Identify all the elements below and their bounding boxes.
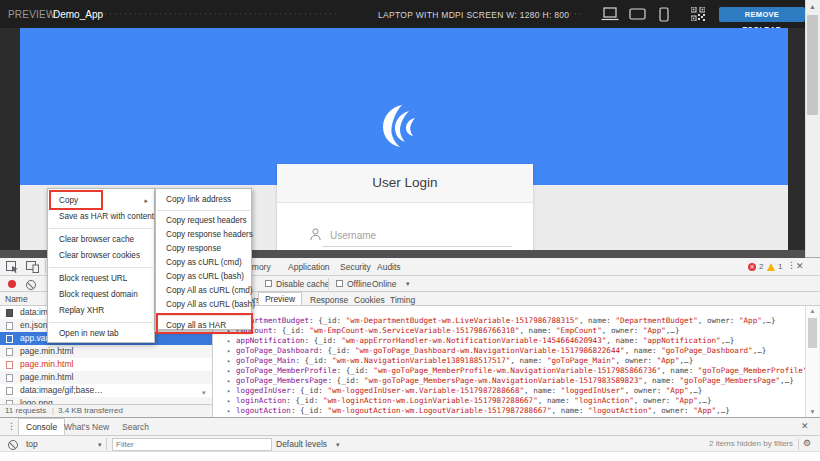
record-network-log-icon[interactable] bbox=[8, 280, 16, 288]
laptop-icon[interactable] bbox=[601, 7, 619, 22]
menu-item-copy-as-curl-cmd[interactable]: Copy as cURL (cmd) bbox=[156, 256, 251, 270]
canvas-right-margin bbox=[788, 28, 805, 258]
throttling-caret-icon[interactable]: ▾ bbox=[406, 280, 410, 288]
tab-timing[interactable]: Timing bbox=[390, 295, 415, 305]
disable-cache-checkbox[interactable] bbox=[265, 280, 272, 287]
json-line[interactable]: ▸DepartmentBudget: {_id: "wm-DepartmentB… bbox=[213, 316, 805, 326]
menu-item-block-domain[interactable]: Block request domain bbox=[48, 287, 154, 303]
menu-item-clear-cache[interactable]: Clear browser cache bbox=[48, 232, 154, 248]
menu-item-copy-response[interactable]: Copy response bbox=[156, 242, 251, 256]
file-icon bbox=[6, 322, 13, 330]
transferred-size: 3.4 KB transferred bbox=[58, 405, 123, 417]
toolbar-divider bbox=[328, 278, 329, 290]
json-line[interactable]: ▸loginAction: {_id: "wm-loginAction-wm.L… bbox=[213, 396, 805, 406]
json-scroll-thumb[interactable] bbox=[808, 318, 817, 348]
tab-cookies[interactable]: Cookies bbox=[354, 295, 385, 305]
submenu-arrow-icon: ▸ bbox=[144, 193, 148, 209]
offline-label: Offline bbox=[347, 279, 371, 289]
hidden-items-info: 2 items hidden by filters bbox=[0, 439, 793, 448]
json-line[interactable]: ▸goToPage_Dashboard: {_id: "wm-goToPage_… bbox=[213, 346, 805, 356]
copy-submenu: Copy link address Copy request headers C… bbox=[155, 188, 252, 330]
request-row[interactable]: data:image/gif;base… bbox=[0, 384, 212, 397]
warning-badge-icon[interactable] bbox=[767, 263, 775, 271]
scrollbar-up-arrow[interactable]: ▲ bbox=[805, 1, 820, 13]
clear-network-icon[interactable] bbox=[26, 280, 36, 290]
menu-separator bbox=[157, 210, 250, 211]
error-badge-icon[interactable]: ✕ bbox=[748, 263, 756, 271]
tab-search[interactable]: Search bbox=[122, 422, 149, 432]
devtools-close-icon[interactable]: ✕ bbox=[796, 261, 804, 271]
menu-separator bbox=[49, 267, 153, 268]
menu-item-copy-all-as-curl-cmd[interactable]: Copy All as cURL (cmd) bbox=[156, 284, 251, 298]
devtools-menu-icon[interactable]: ⋮ bbox=[787, 260, 796, 270]
json-line[interactable]: ▸goToPage_Main: {_id: "wm-wm.NavigationV… bbox=[213, 356, 805, 366]
file-icon bbox=[6, 361, 13, 369]
json-line[interactable]: ▸loggedInUser: {_id: "wm-loggedInUser-wm… bbox=[213, 386, 805, 396]
filelist-scroll-down-icon[interactable]: ▾ bbox=[202, 389, 206, 397]
json-line[interactable]: ▸goToPage_MemberProfile: {_id: "wm-goToP… bbox=[213, 366, 805, 376]
preview-json-panel: ▸DepartmentBudget: {_id: "wm-DepartmentB… bbox=[213, 306, 805, 417]
menu-item-block-url[interactable]: Block request URL bbox=[48, 271, 154, 287]
menu-item-copy-all-as-curl-bash[interactable]: Copy All as cURL (bash) bbox=[156, 298, 251, 312]
name-column-header[interactable]: Name bbox=[5, 294, 28, 304]
drawer-menu-icon[interactable]: ⋮ bbox=[7, 421, 16, 431]
preview-toolbar: PREVIEW: Demo_App LAPTOP WITH MDPI SCREE… bbox=[0, 0, 805, 28]
request-row[interactable]: logo.png bbox=[0, 397, 212, 404]
console-settings-gear-icon[interactable]: ⚙ bbox=[803, 438, 811, 448]
menu-item-save-har[interactable]: Save as HAR with content bbox=[48, 209, 154, 225]
app-name: Demo_App bbox=[53, 9, 103, 20]
menu-item-copy-request-headers[interactable]: Copy request headers bbox=[156, 214, 251, 228]
tab-application[interactable]: Application bbox=[288, 262, 330, 272]
username-field[interactable]: Username bbox=[330, 230, 376, 241]
warning-count[interactable]: 1 bbox=[778, 262, 782, 271]
tab-response[interactable]: Response bbox=[310, 295, 348, 305]
network-context-menu: Copy▸ Save as HAR with content Clear bro… bbox=[47, 188, 155, 343]
json-line[interactable]: ▸appNotification: {_id: "wm-appErrorHand… bbox=[213, 336, 805, 346]
offline-checkbox[interactable] bbox=[336, 280, 343, 287]
request-row[interactable]: page.min.html bbox=[0, 345, 212, 358]
phone-icon[interactable] bbox=[659, 7, 669, 22]
preview-label: PREVIEW: bbox=[8, 9, 58, 20]
user-icon bbox=[310, 228, 321, 241]
screenshot-root: PREVIEW: Demo_App LAPTOP WITH MDPI SCREE… bbox=[0, 0, 820, 461]
throttling-dropdown[interactable]: Online bbox=[372, 279, 397, 289]
disable-cache-label: Disable cache bbox=[276, 279, 329, 289]
file-icon bbox=[6, 335, 13, 343]
login-card: User Login Username bbox=[277, 164, 533, 252]
tab-console[interactable]: Console bbox=[18, 418, 65, 435]
tab-whats-new[interactable]: What's New bbox=[64, 422, 109, 432]
drawer-close-icon[interactable]: ✕ bbox=[801, 421, 809, 431]
tab-security[interactable]: Security bbox=[340, 262, 371, 272]
menu-separator bbox=[49, 228, 153, 229]
tab-preview-active[interactable]: Preview bbox=[258, 292, 302, 306]
json-line[interactable]: ▸goToPage_MembersPage: {_id: "wm-goToPag… bbox=[213, 376, 805, 386]
tablet-icon[interactable] bbox=[629, 7, 647, 22]
qr-code-icon[interactable] bbox=[691, 7, 705, 22]
menu-item-copy-response-headers[interactable]: Copy response headers bbox=[156, 228, 251, 242]
toolbar-divider bbox=[798, 439, 799, 450]
toolbar-divider bbox=[45, 260, 46, 273]
json-scroll-down-icon[interactable]: ▼ bbox=[806, 408, 819, 415]
error-count[interactable]: 2 bbox=[759, 262, 763, 271]
json-line[interactable]: ▸logoutAction: {_id: "wm-logoutAction-wm… bbox=[213, 406, 805, 416]
inspect-element-icon[interactable] bbox=[6, 261, 19, 273]
json-scroll-up-icon[interactable]: ▲ bbox=[806, 307, 819, 314]
request-count: 11 requests bbox=[5, 405, 46, 417]
image-file-icon bbox=[6, 309, 13, 317]
tab-audits[interactable]: Audits bbox=[377, 262, 401, 272]
json-line[interactable]: ▸EmpCount: {_id: "wm-EmpCount-wm.Service… bbox=[213, 326, 805, 336]
remove-toolbar-button[interactable]: REMOVE TOOLBAR bbox=[719, 7, 805, 22]
scrollbar-thumb[interactable] bbox=[807, 15, 818, 115]
file-icon bbox=[6, 348, 13, 356]
summary-divider: | bbox=[52, 405, 54, 417]
menu-item-clear-cookies[interactable]: Clear browser cookies bbox=[48, 248, 154, 264]
menu-item-copy-as-curl-bash[interactable]: Copy as cURL (bash) bbox=[156, 270, 251, 284]
request-row[interactable]: page.min.html bbox=[0, 371, 212, 384]
annotation-highlight-copy bbox=[49, 190, 103, 210]
device-toolbar-icon[interactable] bbox=[26, 261, 39, 273]
menu-item-copy-link-address[interactable]: Copy link address bbox=[156, 193, 251, 207]
menu-item-open-new-tab[interactable]: Open in new tab bbox=[48, 326, 154, 342]
device-info-label: LAPTOP WITH MDPI SCREEN W: 1280 H: 800 bbox=[378, 10, 569, 20]
menu-item-replay-xhr[interactable]: Replay XHR bbox=[48, 303, 154, 319]
request-row-error[interactable]: page.min.html bbox=[0, 358, 212, 371]
